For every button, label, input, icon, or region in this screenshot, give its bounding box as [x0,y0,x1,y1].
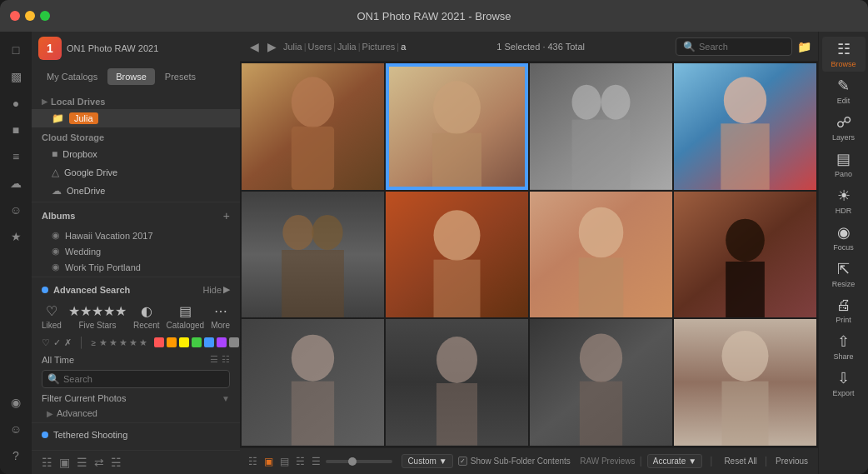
rail-server-icon[interactable]: ≡ [2,145,29,168]
list-view-icon[interactable]: ☰ [77,456,87,469]
view-icon-3[interactable]: ▤ [278,454,291,469]
star-3[interactable]: ★ [119,337,127,348]
view-icon-grid[interactable]: ▣ [262,454,275,469]
local-drives-arrow[interactable]: ▶ [42,97,47,106]
view-icon-4[interactable]: ☵ [294,454,307,469]
view-icon-5[interactable]: ☰ [310,454,322,469]
photo-cell-5[interactable] [242,192,384,318]
filter-five-stars[interactable]: ★★★★★ Five Stars [68,303,127,330]
rp-hdr[interactable]: ☀ HDR [822,183,866,218]
sidebar-item-googledrive[interactable]: △ Google Drive [32,163,240,182]
time-grid-icon[interactable]: ☰ [210,354,218,365]
photo-cell-4[interactable] [674,63,816,190]
photo-cell-9[interactable] [242,319,384,446]
maximize-button[interactable] [40,11,50,21]
rail-cloud-icon[interactable]: ☁ [2,172,29,195]
reset-all-button[interactable]: Reset All [721,455,760,467]
photo-cell-8[interactable] [674,192,816,318]
star-4[interactable]: ★ [129,337,137,348]
rail-monitor-icon[interactable]: ▩ [2,65,29,88]
rail-folder-icon[interactable]: ■ [2,118,29,142]
crumb-users[interactable]: Users [307,42,332,52]
previous-button[interactable]: Previous [772,455,811,467]
nav-back-button[interactable]: ◀ [247,38,262,55]
custom-select[interactable]: Custom ▼ [402,454,452,468]
swatch-purple[interactable] [217,337,227,347]
rp-layers[interactable]: ☍ Layers [822,110,866,145]
grid-view-icon[interactable]: ▣ [59,456,70,469]
tab-browse[interactable]: Browse [107,68,155,85]
nav-forward-button[interactable]: ▶ [264,38,280,55]
star-5[interactable]: ★ [139,337,147,348]
sidebar-item-onedrive[interactable]: ☁ OneDrive [32,182,240,200]
filter-recent[interactable]: ◐ Recent [133,303,160,330]
album-hawaii[interactable]: ◉ Hawaii Vacation 2017 [32,227,240,243]
filter-current-row[interactable]: Filter Current Photos ▼ [32,391,240,406]
rp-browse[interactable]: ☷ Browse [822,37,866,72]
album-wedding[interactable]: ◉ Wedding [32,243,240,259]
swatch-gray[interactable] [229,337,239,347]
rp-resize[interactable]: ⇱ Resize [822,257,866,292]
photo-cell-11[interactable] [530,319,672,446]
swatch-yellow[interactable] [179,337,189,347]
photo-cell-12[interactable] [674,319,816,446]
photo-cell-3[interactable] [530,63,672,190]
rp-focus[interactable]: ◉ Focus [822,220,866,255]
zoom-slider[interactable] [326,460,392,463]
filter-cataloged[interactable]: ▤ Cataloged [167,303,205,330]
photo-cell-2[interactable] [386,63,528,190]
rp-export[interactable]: ⇩ Export [822,366,866,401]
star-2[interactable]: ★ [109,337,117,348]
folder-icon: 📁 [52,112,64,124]
photo-cell-10[interactable] [386,319,528,446]
star-1[interactable]: ★ [99,337,107,348]
rail-help-icon[interactable]: ? [2,444,29,467]
rp-edit[interactable]: ✎ Edit [822,73,866,108]
filter-liked[interactable]: ♡ Liked [42,303,62,330]
swatch-blue[interactable] [204,337,214,347]
subfolder-checkbox[interactable]: ✓ [458,457,467,466]
rp-print[interactable]: 🖨 Print [822,293,866,327]
swatch-orange[interactable] [167,337,177,347]
top-folder-icon[interactable]: 📁 [797,40,811,53]
top-search-input[interactable] [699,42,785,52]
album-work-trip[interactable]: ◉ Work Trip Portland [32,259,240,275]
rail-person-icon[interactable]: ☺ [2,417,29,441]
accurate-select[interactable]: Accurate ▼ [647,454,702,468]
view-toggle-icon[interactable]: ☷ [42,456,52,469]
filter-search-box[interactable]: 🔍 [42,370,230,388]
sidebar-item-dropbox[interactable]: ■ Dropbox [32,145,240,163]
photo-cell-1[interactable] [242,63,384,190]
crumb-current[interactable]: a [401,42,406,52]
rail-chat-icon[interactable]: ☺ [2,198,29,222]
swatch-green[interactable] [192,337,202,347]
tab-presets[interactable]: Presets [157,68,204,85]
rail-photos-icon[interactable]: □ [2,38,29,62]
add-album-button[interactable]: + [223,209,230,222]
photo-cell-7[interactable] [530,192,672,318]
crumb-julia2[interactable]: Julia [337,42,357,52]
photo-cell-6[interactable] [386,192,528,318]
compare-icon[interactable]: ⇄ [94,456,104,469]
filter-search-input[interactable] [63,374,224,384]
filter-more[interactable]: ⋯ More [211,303,230,330]
rp-pano[interactable]: ▤ Pano [822,147,866,182]
rail-tether-icon[interactable]: ◉ [2,391,29,414]
crumb-pictures[interactable]: Pictures [362,42,396,52]
advanced-row[interactable]: ▶ Advanced [32,406,240,421]
swatch-red[interactable] [154,337,164,347]
filmstrip-icon[interactable]: ☵ [111,456,122,469]
view-icon-1[interactable]: ☷ [247,454,259,469]
crumb-julia[interactable]: Julia [283,42,302,52]
minimize-button[interactable] [25,11,35,21]
tab-my-catalogs[interactable]: My Catalogs [38,68,106,85]
rail-star-icon[interactable]: ★ [2,225,29,248]
close-button[interactable] [10,11,20,21]
rail-camera-icon[interactable]: ● [2,92,29,115]
time-list-icon[interactable]: ☷ [222,354,230,365]
sidebar-item-julia[interactable]: 📁 Julia [32,109,240,127]
rp-share[interactable]: ⇧ Share [822,329,866,364]
tethered-shooting-row[interactable]: Tethered Shooting [32,425,240,445]
hide-advanced-search-button[interactable]: Hide ▶ [202,284,230,295]
top-search-box[interactable]: 🔍 [676,37,792,56]
